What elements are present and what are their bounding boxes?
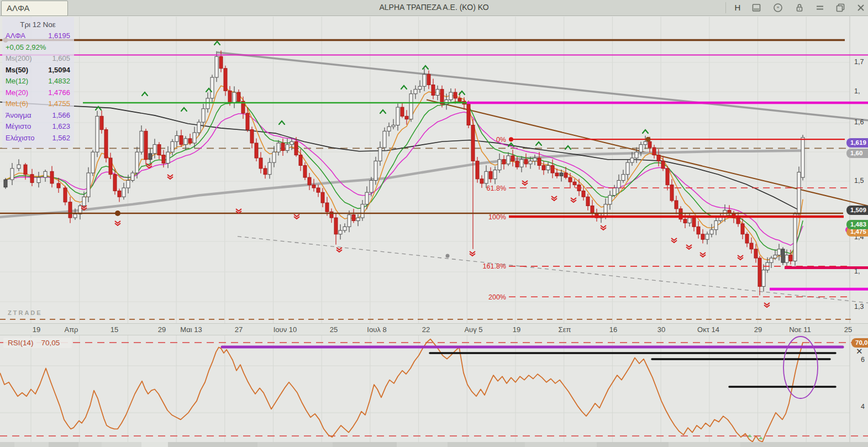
legend-row: Ελάχιστο1,562 (6, 133, 70, 144)
legend-date: Τρι 12 Νοε (6, 20, 70, 29)
x-axis-label: 19 (513, 325, 520, 334)
taskbar-segment (0, 442, 14, 447)
candles-layer (4, 50, 804, 295)
legend-row: +0,05 2,92% (6, 42, 70, 54)
close-icon[interactable] (856, 1, 868, 14)
x-axis-label: 27 (235, 325, 243, 334)
taskbar-segment (49, 442, 78, 447)
taskbar-segment (740, 442, 868, 447)
price-badge: 1,619 (846, 138, 868, 148)
legend-row: Ms(200)1,605 (6, 53, 70, 65)
fib-label: 0% (496, 136, 506, 144)
price-badge: 1,509 (846, 206, 868, 215)
legend-row: Me(20)1,4766 (6, 87, 70, 99)
price-axis-label: 1,6 (854, 118, 868, 126)
x-axis-label: Ιουλ 8 (367, 325, 386, 334)
x-axis-label: 16 (609, 325, 617, 334)
x-axis-label: 29 (158, 325, 166, 334)
x-axis-label: Απρ (64, 325, 78, 334)
x-axis-label: 29 (754, 325, 762, 334)
x-axis-label: Νοε 11 (789, 325, 811, 334)
price-axis-label: 1,5 (854, 177, 868, 185)
copy-icon[interactable] (835, 1, 850, 14)
taskbar-segment (669, 442, 740, 447)
legend-row: ΑΛΦΑ1,6195 (6, 30, 70, 42)
legend-row: Ms(50)1,5094 (6, 65, 70, 76)
menu-icon[interactable] (815, 1, 829, 14)
taskbar-segment (333, 442, 397, 447)
price-badge: 1,483 (846, 220, 868, 229)
taskbar-segment (102, 442, 141, 447)
dropdown-arrow-icon[interactable] (709, 1, 723, 14)
x-axis-label: 30 (657, 325, 665, 334)
h-button[interactable]: H (730, 1, 745, 14)
main-gridlines (0, 15, 850, 323)
taskbar-segment (141, 442, 168, 447)
level-dot (646, 137, 651, 142)
lock-icon[interactable] (795, 1, 809, 14)
rsi-close-icon[interactable]: ✕ (856, 346, 863, 356)
main-chart[interactable]: 0%61.8%100%161.8%200% (0, 15, 868, 323)
bottom-strip (0, 442, 868, 447)
x-axis-label: Μαι 13 (180, 325, 202, 334)
legend-row: Μέγιστο1,623 (6, 121, 70, 133)
taskbar-segment (168, 442, 257, 447)
rsi-axis-label: 4 (861, 403, 868, 411)
fib-label: 100% (488, 213, 506, 221)
fib-label: 161.8% (483, 262, 506, 270)
price-badge: 1,60 (846, 149, 868, 158)
gray-dashed-downtrend (238, 236, 868, 303)
ema20-line (6, 112, 803, 245)
taskbar-segment (448, 442, 525, 447)
rsi-panel[interactable] (0, 335, 868, 442)
rsi-triangle (759, 437, 763, 439)
ztrade-watermark: ZTRADE (8, 309, 43, 316)
price-axis-label: 1, (854, 87, 868, 95)
x-axis-label: Ιουν 10 (273, 325, 297, 334)
legend-row: Άνοιγμα1,566 (6, 110, 70, 122)
rsi-indicator-label: RSI(14)70,05 (3, 338, 72, 348)
toolbar-separator (725, 2, 726, 13)
taskbar-segment (525, 442, 597, 447)
x-axis-label: Σεπ (559, 325, 571, 334)
x-axis-label: 22 (422, 325, 430, 334)
rsi-value: 70,05 (41, 339, 60, 347)
legend-row: MeL(6)1,4755 (6, 98, 70, 110)
x-axis-label: Αυγ 5 (464, 325, 482, 334)
price-axis-label: 1,3 (854, 303, 868, 311)
x-axis-label: 25 (844, 325, 852, 334)
symbol-input[interactable]: ΑΛΦΑ (1, 1, 68, 16)
legend-row: Me(12)1,4832 (6, 76, 70, 87)
ma200-line (0, 151, 803, 217)
taskbar-segment (597, 442, 669, 447)
price-axis-label: 1,7 (854, 58, 868, 66)
price-axis-label: 1, (854, 267, 868, 275)
level-dot (115, 211, 120, 216)
x-axis-label: Οκτ 14 (697, 325, 719, 334)
fib-label: 61.8% (487, 185, 506, 192)
level-dot (446, 254, 450, 258)
rsi-name: RSI(14) (8, 339, 34, 347)
quote-legend: Τρι 12 Νοε ΑΛΦΑ1,6195+0,05 2,92%Ms(200)1… (2, 17, 74, 148)
x-axis: 19Απρ1529Μαι 1327Ιουν 1025Ιουλ 822Αυγ 51… (0, 323, 868, 335)
trading-chart-window: { "window": { "title": "ALPHA ΤΡΑΠΕΖΑ Α.… (0, 0, 868, 447)
taskbar-segment (257, 442, 333, 447)
taskbar-segment (14, 442, 49, 447)
rsi-axis-label: 6 (861, 356, 868, 364)
x-axis-label: 15 (111, 325, 118, 334)
level-dot (509, 137, 513, 141)
titlebar-icons: H” (708, 0, 868, 15)
rsi-line (0, 339, 803, 442)
taskbar-segment (78, 442, 102, 447)
quote-badge-icon[interactable]: ” (773, 1, 787, 14)
svg-text:”: ” (777, 6, 780, 11)
fib-label: 200% (488, 293, 506, 301)
x-axis-label: 25 (330, 325, 338, 334)
rsi-gridlines (0, 335, 850, 442)
x-axis-label: 19 (33, 325, 40, 334)
window-icon[interactable] (751, 1, 766, 14)
taskbar-segment (397, 442, 448, 447)
